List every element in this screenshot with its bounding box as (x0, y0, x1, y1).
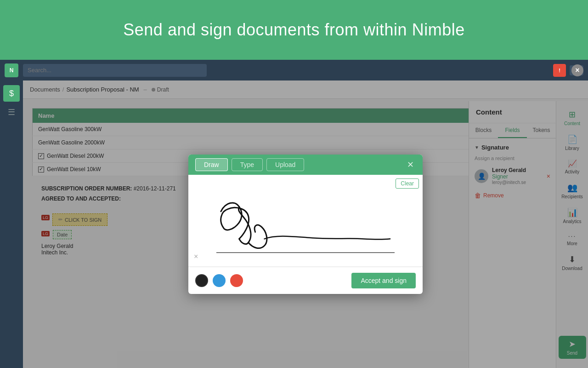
banner-title: Send and sign documents from within Nimb… (123, 20, 464, 40)
left-sidebar: $ ☰ (0, 80, 23, 368)
app-area: × N ! ··· $ ☰ Documents / Subscription P… (0, 60, 588, 368)
color-black[interactable] (195, 274, 208, 287)
sidebar-icon-menu[interactable]: ☰ (3, 104, 20, 121)
modal-tab-upload[interactable]: Upload (266, 158, 304, 171)
signature-drawing (188, 175, 423, 266)
modal-tab-draw[interactable]: Draw (195, 158, 228, 171)
sig-canvas-inner: Clear × (188, 175, 423, 266)
signature-canvas[interactable]: Clear × (188, 175, 423, 267)
sig-x-mark: × (194, 253, 198, 261)
modal-top-bar: Draw Type Upload ✕ (188, 155, 423, 175)
sig-clear-button[interactable]: Clear (396, 178, 419, 189)
color-red[interactable] (230, 274, 243, 287)
nav-alert-badge[interactable]: ! (553, 64, 566, 77)
signature-modal: Draw Type Upload ✕ Clear (188, 155, 423, 294)
nav-search-input[interactable] (23, 64, 207, 77)
close-button[interactable]: × (571, 64, 583, 76)
sidebar-icon-dollar[interactable]: $ (3, 85, 20, 102)
color-picker (195, 274, 243, 287)
modal-footer: Accept and sign (188, 267, 423, 294)
accept-sign-button[interactable]: Accept and sign (351, 273, 416, 288)
top-nav: N ! ··· (0, 60, 588, 80)
color-blue[interactable] (213, 274, 226, 287)
banner: Send and sign documents from within Nimb… (0, 0, 588, 60)
modal-overlay: Draw Type Upload ✕ Clear (23, 80, 588, 368)
modal-close-button[interactable]: ✕ (405, 159, 416, 170)
nav-logo: N (5, 63, 18, 77)
modal-tab-type[interactable]: Type (232, 158, 263, 171)
